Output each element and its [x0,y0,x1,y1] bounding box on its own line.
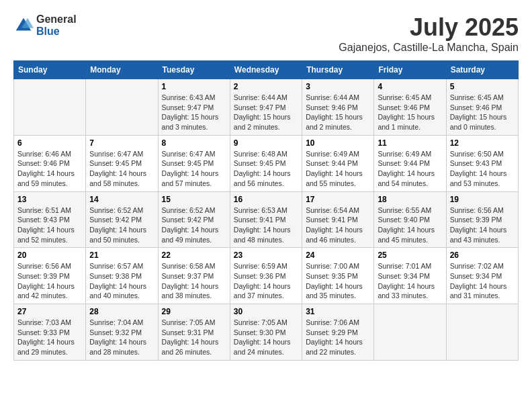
calendar-cell: 7Sunrise: 6:47 AM Sunset: 9:45 PM Daylig… [86,135,158,191]
calendar-cell: 8Sunrise: 6:47 AM Sunset: 9:45 PM Daylig… [158,135,230,191]
day-number: 1 [162,82,226,91]
day-number: 14 [89,195,154,204]
calendar-cell: 14Sunrise: 6:52 AM Sunset: 9:42 PM Dayli… [86,191,158,248]
day-number: 18 [378,195,442,204]
day-number: 17 [306,195,370,204]
day-number: 23 [234,250,298,260]
logo-icon [13,15,34,36]
header-row: SundayMondayTuesdayWednesdayThursdayFrid… [14,61,519,79]
day-number: 10 [306,138,370,148]
day-of-week-header: Tuesday [158,61,230,79]
day-info: Sunrise: 6:57 AM Sunset: 9:38 PM Dayligh… [89,261,154,301]
day-of-week-header: Friday [374,61,446,79]
day-info: Sunrise: 6:45 AM Sunset: 9:46 PM Dayligh… [450,93,515,132]
subtitle: Gajanejos, Castille-La Mancha, Spain [339,42,519,54]
day-number: 12 [450,138,515,148]
day-info: Sunrise: 6:58 AM Sunset: 9:37 PM Dayligh… [162,261,226,301]
day-info: Sunrise: 7:02 AM Sunset: 9:34 PM Dayligh… [450,261,515,301]
calendar-cell: 28Sunrise: 7:04 AM Sunset: 9:32 PM Dayli… [86,304,158,361]
header: General Blue July 2025 Gajanejos, Castil… [13,13,519,54]
day-info: Sunrise: 6:55 AM Sunset: 9:40 PM Dayligh… [378,205,442,245]
day-info: Sunrise: 7:00 AM Sunset: 9:35 PM Dayligh… [306,261,370,301]
calendar-cell: 29Sunrise: 7:05 AM Sunset: 9:31 PM Dayli… [158,304,230,361]
calendar-cell: 3Sunrise: 6:44 AM Sunset: 9:46 PM Daylig… [302,79,374,136]
day-number: 7 [89,138,154,148]
calendar-cell [374,304,446,361]
day-info: Sunrise: 6:49 AM Sunset: 9:44 PM Dayligh… [378,149,442,189]
day-number: 5 [450,82,515,91]
day-number: 24 [306,250,370,260]
logo: General Blue [13,13,77,37]
calendar-body: 1Sunrise: 6:43 AM Sunset: 9:47 PM Daylig… [14,79,519,361]
calendar-week-row: 13Sunrise: 6:51 AM Sunset: 9:43 PM Dayli… [14,191,519,248]
calendar-cell [446,304,518,361]
day-number: 27 [17,307,82,316]
logo-general-text: General [36,13,77,26]
day-info: Sunrise: 7:01 AM Sunset: 9:34 PM Dayligh… [378,261,442,301]
calendar-header: SundayMondayTuesdayWednesdayThursdayFrid… [14,61,519,79]
day-number: 26 [450,250,515,260]
calendar-cell: 15Sunrise: 6:52 AM Sunset: 9:42 PM Dayli… [158,191,230,248]
day-info: Sunrise: 7:03 AM Sunset: 9:33 PM Dayligh… [17,318,82,357]
calendar-cell: 6Sunrise: 6:46 AM Sunset: 9:46 PM Daylig… [14,135,86,191]
day-info: Sunrise: 6:53 AM Sunset: 9:41 PM Dayligh… [234,205,298,245]
calendar-cell: 21Sunrise: 6:57 AM Sunset: 9:38 PM Dayli… [86,248,158,304]
day-info: Sunrise: 7:04 AM Sunset: 9:32 PM Dayligh… [89,318,154,357]
calendar-cell: 18Sunrise: 6:55 AM Sunset: 9:40 PM Dayli… [374,191,446,248]
calendar-cell: 11Sunrise: 6:49 AM Sunset: 9:44 PM Dayli… [374,135,446,191]
calendar-cell: 22Sunrise: 6:58 AM Sunset: 9:37 PM Dayli… [158,248,230,304]
calendar-cell: 9Sunrise: 6:48 AM Sunset: 9:45 PM Daylig… [230,135,302,191]
day-number: 29 [162,307,226,316]
day-info: Sunrise: 6:50 AM Sunset: 9:43 PM Dayligh… [450,149,515,189]
calendar-week-row: 27Sunrise: 7:03 AM Sunset: 9:33 PM Dayli… [14,304,519,361]
day-number: 25 [378,250,442,260]
day-of-week-header: Sunday [14,61,86,79]
title-area: July 2025 Gajanejos, Castille-La Mancha,… [339,13,519,54]
day-info: Sunrise: 6:44 AM Sunset: 9:47 PM Dayligh… [234,93,298,132]
day-number: 3 [306,82,370,91]
day-of-week-header: Saturday [446,61,518,79]
day-info: Sunrise: 6:46 AM Sunset: 9:46 PM Dayligh… [17,149,82,189]
calendar-cell: 17Sunrise: 6:54 AM Sunset: 9:41 PM Dayli… [302,191,374,248]
calendar-cell: 16Sunrise: 6:53 AM Sunset: 9:41 PM Dayli… [230,191,302,248]
calendar-cell: 13Sunrise: 6:51 AM Sunset: 9:43 PM Dayli… [14,191,86,248]
day-info: Sunrise: 6:54 AM Sunset: 9:41 PM Dayligh… [306,205,370,245]
calendar-cell: 26Sunrise: 7:02 AM Sunset: 9:34 PM Dayli… [446,248,518,304]
day-info: Sunrise: 6:52 AM Sunset: 9:42 PM Dayligh… [162,205,226,245]
day-of-week-header: Monday [86,61,158,79]
day-info: Sunrise: 7:05 AM Sunset: 9:30 PM Dayligh… [234,318,298,357]
day-number: 9 [234,138,298,148]
day-number: 8 [162,138,226,148]
calendar-cell: 27Sunrise: 7:03 AM Sunset: 9:33 PM Dayli… [14,304,86,361]
calendar-cell: 1Sunrise: 6:43 AM Sunset: 9:47 PM Daylig… [158,79,230,136]
logo-blue-text: Blue [36,26,77,38]
day-info: Sunrise: 7:05 AM Sunset: 9:31 PM Dayligh… [162,318,226,357]
day-number: 15 [162,195,226,204]
calendar-table: SundayMondayTuesdayWednesdayThursdayFrid… [13,60,519,361]
day-number: 11 [378,138,442,148]
day-number: 31 [306,307,370,316]
calendar-cell: 2Sunrise: 6:44 AM Sunset: 9:47 PM Daylig… [230,79,302,136]
main-title: July 2025 [339,13,519,42]
day-number: 2 [234,82,298,91]
day-number: 28 [89,307,154,316]
calendar-cell: 12Sunrise: 6:50 AM Sunset: 9:43 PM Dayli… [446,135,518,191]
day-info: Sunrise: 6:47 AM Sunset: 9:45 PM Dayligh… [89,149,154,189]
day-info: Sunrise: 6:49 AM Sunset: 9:44 PM Dayligh… [306,149,370,189]
day-info: Sunrise: 6:47 AM Sunset: 9:45 PM Dayligh… [162,149,226,189]
calendar-cell: 4Sunrise: 6:45 AM Sunset: 9:46 PM Daylig… [374,79,446,136]
day-info: Sunrise: 6:51 AM Sunset: 9:43 PM Dayligh… [17,205,82,245]
day-of-week-header: Thursday [302,61,374,79]
day-number: 22 [162,250,226,260]
calendar-cell: 20Sunrise: 6:56 AM Sunset: 9:39 PM Dayli… [14,248,86,304]
calendar-week-row: 6Sunrise: 6:46 AM Sunset: 9:46 PM Daylig… [14,135,519,191]
day-number: 30 [234,307,298,316]
day-info: Sunrise: 6:56 AM Sunset: 9:39 PM Dayligh… [450,205,515,245]
day-info: Sunrise: 6:48 AM Sunset: 9:45 PM Dayligh… [234,149,298,189]
day-number: 19 [450,195,515,204]
day-of-week-header: Wednesday [230,61,302,79]
day-info: Sunrise: 6:44 AM Sunset: 9:46 PM Dayligh… [306,93,370,132]
day-info: Sunrise: 6:43 AM Sunset: 9:47 PM Dayligh… [162,93,226,132]
calendar-week-row: 1Sunrise: 6:43 AM Sunset: 9:47 PM Daylig… [14,79,519,136]
day-number: 13 [17,195,82,204]
